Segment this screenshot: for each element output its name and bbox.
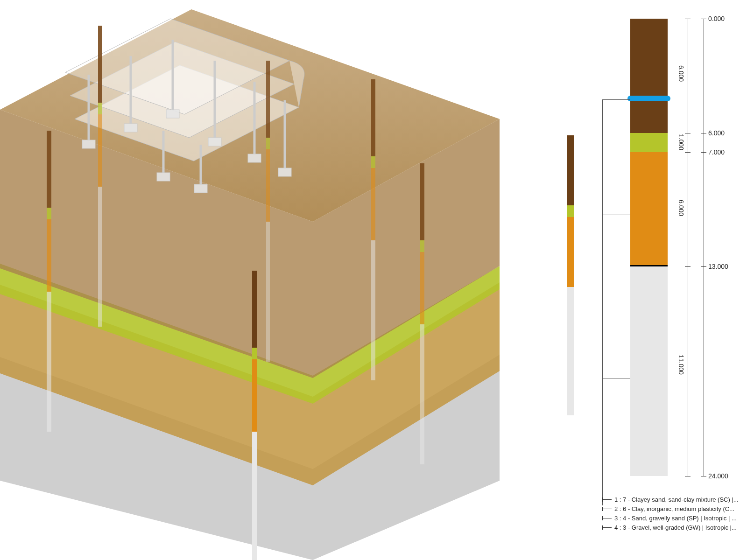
legend-row-2: 2 : 6 - Clay, inorganic, medium plastici… xyxy=(602,504,742,513)
svg-rect-37 xyxy=(371,156,375,168)
svg-rect-31 xyxy=(47,292,51,432)
dimension-group: 6.000 1.000 6.000 11.000 0.000 6.000 7.0… xyxy=(675,19,726,476)
soil-legend: 1 : 7 - Clayey sand, sand-clay mixture (… xyxy=(602,495,742,532)
depth-label-7: 7.000 xyxy=(708,148,725,156)
svg-rect-39 xyxy=(371,240,375,380)
interval-label-3: 6.000 xyxy=(677,200,685,216)
interval-label-1: 6.000 xyxy=(677,65,685,82)
soil-layer-2 xyxy=(630,133,668,152)
viewport-3d-soil-block[interactable] xyxy=(0,0,514,560)
legend-label: 3 : 4 - Sand, gravelly sand (SP) | Isotr… xyxy=(614,515,737,522)
connector-vertical xyxy=(602,99,603,505)
soil-profile-column xyxy=(630,19,668,476)
legend-row-3: 3 : 4 - Sand, gravelly sand (SP) | Isotr… xyxy=(602,513,742,523)
svg-rect-22 xyxy=(157,173,170,181)
svg-rect-17 xyxy=(124,124,137,132)
soil-layer-3 xyxy=(630,152,668,266)
legend-row-4: 4 : 3 - Gravel, well-graded (GW) | Isotr… xyxy=(602,523,742,532)
svg-rect-43 xyxy=(420,324,424,464)
svg-rect-23 xyxy=(194,184,207,193)
legend-tick-icon xyxy=(602,527,612,528)
legend-label: 4 : 3 - Gravel, well-graded (GW) | Isotr… xyxy=(614,524,737,531)
depth-label-0: 0.000 xyxy=(708,15,725,22)
svg-rect-36 xyxy=(371,79,375,156)
svg-rect-20 xyxy=(248,154,261,162)
svg-rect-18 xyxy=(166,110,179,118)
svg-rect-38 xyxy=(371,168,375,240)
svg-rect-32 xyxy=(98,26,102,103)
interval-label-2: 1.000 xyxy=(677,134,685,150)
svg-rect-35 xyxy=(98,187,102,327)
svg-rect-26 xyxy=(252,359,257,432)
depth-label-6: 6.000 xyxy=(708,129,725,137)
svg-rect-44 xyxy=(266,61,270,138)
legend-tick-icon xyxy=(602,499,612,500)
svg-rect-19 xyxy=(208,138,221,146)
svg-rect-24 xyxy=(252,271,257,348)
soil-layer-1 xyxy=(630,19,668,133)
svg-rect-45 xyxy=(266,138,270,149)
svg-rect-42 xyxy=(420,252,424,324)
depth-label-24: 24.000 xyxy=(708,472,728,480)
svg-rect-28 xyxy=(47,131,51,208)
connector-layer-2 xyxy=(602,143,630,143)
legend-tick-icon xyxy=(602,509,612,509)
svg-rect-41 xyxy=(420,240,424,252)
layer-border-line xyxy=(630,265,668,266)
svg-rect-27 xyxy=(252,432,257,560)
svg-rect-40 xyxy=(420,163,424,240)
borehole-preview xyxy=(567,135,574,415)
svg-rect-21 xyxy=(278,168,291,176)
soil-layer-4 xyxy=(630,266,668,476)
water-level-marker xyxy=(627,96,670,101)
svg-rect-16 xyxy=(82,140,95,148)
svg-rect-33 xyxy=(98,103,102,114)
legend-label: 2 : 6 - Clay, inorganic, medium plastici… xyxy=(614,505,734,512)
connector-layer-3 xyxy=(602,215,630,215)
depth-label-13: 13.000 xyxy=(708,263,728,270)
connector-layer-1 xyxy=(602,99,630,100)
soil-profile-panel: 6.000 1.000 6.000 11.000 0.000 6.000 7.0… xyxy=(616,19,738,541)
svg-rect-30 xyxy=(47,219,51,292)
svg-rect-29 xyxy=(47,208,51,219)
connector-layer-4 xyxy=(602,378,630,378)
svg-rect-34 xyxy=(98,114,102,187)
svg-rect-25 xyxy=(252,348,257,359)
interval-label-4: 11.000 xyxy=(677,355,685,375)
legend-row-1: 1 : 7 - Clayey sand, sand-clay mixture (… xyxy=(602,495,742,504)
legend-label: 1 : 7 - Clayey sand, sand-clay mixture (… xyxy=(614,496,739,503)
legend-tick-icon xyxy=(602,518,612,518)
svg-rect-47 xyxy=(266,222,270,362)
svg-rect-46 xyxy=(266,149,270,222)
